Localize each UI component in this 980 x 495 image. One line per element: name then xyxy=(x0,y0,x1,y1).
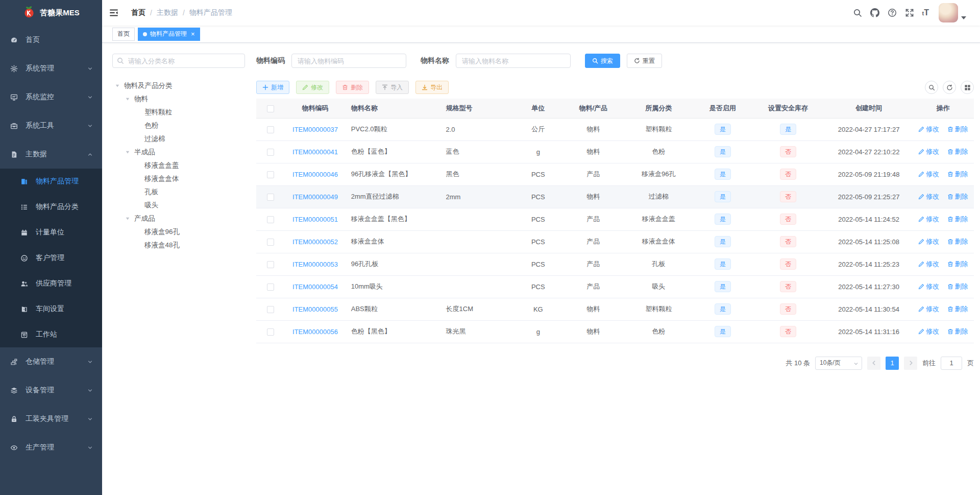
sidebar-item-3[interactable]: 系统工具 xyxy=(0,111,102,140)
tree-node-0[interactable]: 物料及产品分类 xyxy=(112,79,245,92)
tree-node-10[interactable]: 产成品 xyxy=(112,212,245,225)
row-delete-link[interactable]: 删除 xyxy=(947,125,968,134)
row-delete-link[interactable]: 删除 xyxy=(947,192,968,201)
select-all-checkbox[interactable] xyxy=(267,105,274,112)
table-row-3[interactable]: ITEM00000049 2mm直径过滤棉 2mm PCS 物料 过滤棉 是 否… xyxy=(256,185,974,208)
sidebar-item-5[interactable]: 仓储管理 xyxy=(0,347,102,376)
export-button[interactable]: 导出 xyxy=(415,81,449,94)
tree-node-7[interactable]: 移液盒盒体 xyxy=(112,172,245,185)
table-row-5[interactable]: ITEM00000052 移液盒盒体 PCS 产品 移液盒盒体 是 否 2022… xyxy=(256,230,974,253)
row-edit-link[interactable]: 修改 xyxy=(918,304,939,314)
row-checkbox[interactable] xyxy=(267,261,274,268)
tree-node-8[interactable]: 孔板 xyxy=(112,185,245,199)
row-delete-link[interactable]: 删除 xyxy=(947,260,968,269)
row-edit-link[interactable]: 修改 xyxy=(918,192,939,201)
material-code-link[interactable]: ITEM00000037 xyxy=(292,126,338,133)
table-row-9[interactable]: ITEM00000056 色粉【黑色】 珠光黑 g 物料 色粉 是 否 2022… xyxy=(256,320,974,343)
refresh-button[interactable] xyxy=(943,81,956,94)
add-button[interactable]: 新增 xyxy=(256,81,289,94)
row-delete-link[interactable]: 删除 xyxy=(947,215,968,224)
columns-button[interactable] xyxy=(961,81,974,94)
sidebar-item-1[interactable]: 系统管理 xyxy=(0,54,102,83)
tree-node-4[interactable]: 过滤棉 xyxy=(112,132,245,146)
sidebar-subitem-0[interactable]: 物料产品管理 xyxy=(0,169,102,194)
github-icon[interactable] xyxy=(870,8,880,18)
row-delete-link[interactable]: 删除 xyxy=(947,147,968,156)
sidebar-item-4[interactable]: 主数据 xyxy=(0,140,102,169)
font-size-icon[interactable]: tT xyxy=(922,8,929,17)
page-number-1[interactable]: 1 xyxy=(886,357,899,370)
tree-node-3[interactable]: 色粉 xyxy=(112,119,245,132)
sidebar-fold-icon[interactable] xyxy=(109,8,119,18)
sidebar-subitem-6[interactable]: 工作站 xyxy=(0,322,102,347)
row-checkbox[interactable] xyxy=(267,126,274,133)
material-code-link[interactable]: ITEM00000053 xyxy=(292,261,338,268)
material-code-link[interactable]: ITEM00000046 xyxy=(292,171,338,178)
sidebar-subitem-5[interactable]: 车间设置 xyxy=(0,296,102,322)
material-code-link[interactable]: ITEM00000041 xyxy=(292,148,338,156)
category-search-input[interactable] xyxy=(112,54,245,68)
caret-down-icon[interactable] xyxy=(125,150,134,155)
sidebar-subitem-4[interactable]: 供应商管理 xyxy=(0,271,102,296)
import-button[interactable]: 导入 xyxy=(376,81,409,94)
row-checkbox[interactable] xyxy=(267,239,274,246)
tree-node-5[interactable]: 半成品 xyxy=(112,146,245,159)
name-input[interactable] xyxy=(456,54,571,68)
page-size-select[interactable]: 10条/页 xyxy=(815,357,862,370)
row-edit-link[interactable]: 修改 xyxy=(918,282,939,291)
user-menu[interactable] xyxy=(939,3,966,22)
row-edit-link[interactable]: 修改 xyxy=(918,147,939,156)
material-code-link[interactable]: ITEM00000052 xyxy=(292,238,338,246)
tab-1[interactable]: 物料产品管理 × xyxy=(138,28,200,41)
tree-node-2[interactable]: 塑料颗粒 xyxy=(112,106,245,119)
row-delete-link[interactable]: 删除 xyxy=(947,170,968,179)
fullscreen-icon[interactable] xyxy=(905,8,915,18)
caret-down-icon[interactable] xyxy=(115,83,124,88)
code-input[interactable] xyxy=(291,54,406,68)
show-search-button[interactable] xyxy=(925,81,938,94)
row-delete-link[interactable]: 删除 xyxy=(947,282,968,291)
table-row-6[interactable]: ITEM00000053 96孔孔板 PCS 产品 孔板 是 否 2022-05… xyxy=(256,253,974,275)
row-edit-link[interactable]: 修改 xyxy=(918,260,939,269)
row-checkbox[interactable] xyxy=(267,284,274,291)
tab-0[interactable]: 首页 xyxy=(112,28,135,41)
tree-node-6[interactable]: 移液盒盒盖 xyxy=(112,159,245,172)
tree-node-9[interactable]: 吸头 xyxy=(112,199,245,212)
sidebar-subitem-2[interactable]: 计量单位 xyxy=(0,220,102,245)
sidebar-item-6[interactable]: 设备管理 xyxy=(0,376,102,405)
row-checkbox[interactable] xyxy=(267,216,274,223)
table-row-4[interactable]: ITEM00000051 移液盒盒盖【黑色】 PCS 产品 移液盒盒盖 是 否 … xyxy=(256,208,974,230)
row-checkbox[interactable] xyxy=(267,149,274,156)
delete-button[interactable]: 删除 xyxy=(336,81,369,94)
caret-down-icon[interactable] xyxy=(125,216,134,221)
breadcrumb-item-0[interactable]: 首页 xyxy=(131,8,145,17)
reset-button[interactable]: 重置 xyxy=(627,54,662,68)
tree-node-11[interactable]: 移液盒96孔 xyxy=(112,225,245,239)
row-checkbox[interactable] xyxy=(267,171,274,178)
table-row-8[interactable]: ITEM00000055 ABS颗粒 长度1CM KG 物料 塑料颗粒 是 否 … xyxy=(256,298,974,320)
close-icon[interactable]: × xyxy=(191,31,195,37)
row-checkbox[interactable] xyxy=(267,328,274,336)
row-delete-link[interactable]: 删除 xyxy=(947,304,968,314)
sidebar-subitem-3[interactable]: 客户管理 xyxy=(0,245,102,271)
sidebar-item-0[interactable]: 首页 xyxy=(0,26,102,54)
sidebar-subitem-1[interactable]: 物料产品分类 xyxy=(0,194,102,220)
sidebar-item-2[interactable]: 系统监控 xyxy=(0,83,102,111)
row-edit-link[interactable]: 修改 xyxy=(918,327,939,336)
row-delete-link[interactable]: 删除 xyxy=(947,237,968,246)
caret-down-icon[interactable] xyxy=(125,97,134,102)
material-code-link[interactable]: ITEM00000055 xyxy=(292,305,338,313)
row-edit-link[interactable]: 修改 xyxy=(918,170,939,179)
material-code-link[interactable]: ITEM00000051 xyxy=(292,216,338,223)
tree-node-1[interactable]: 物料 xyxy=(112,92,245,106)
avatar[interactable] xyxy=(939,3,958,22)
sidebar-item-7[interactable]: 工装夹具管理 xyxy=(0,405,102,433)
row-edit-link[interactable]: 修改 xyxy=(918,237,939,246)
sidebar-item-8[interactable]: 生产管理 xyxy=(0,433,102,462)
tree-node-12[interactable]: 移液盒48孔 xyxy=(112,239,245,252)
table-row-7[interactable]: ITEM00000054 10mm吸头 PCS 产品 吸头 是 否 2022-0… xyxy=(256,275,974,298)
search-button[interactable]: 搜索 xyxy=(585,54,620,68)
table-row-0[interactable]: ITEM00000037 PVC2.0颗粒 2.0 公斤 物料 塑料颗粒 是 是… xyxy=(256,118,974,140)
row-edit-link[interactable]: 修改 xyxy=(918,125,939,134)
goto-page-input[interactable] xyxy=(941,357,962,370)
